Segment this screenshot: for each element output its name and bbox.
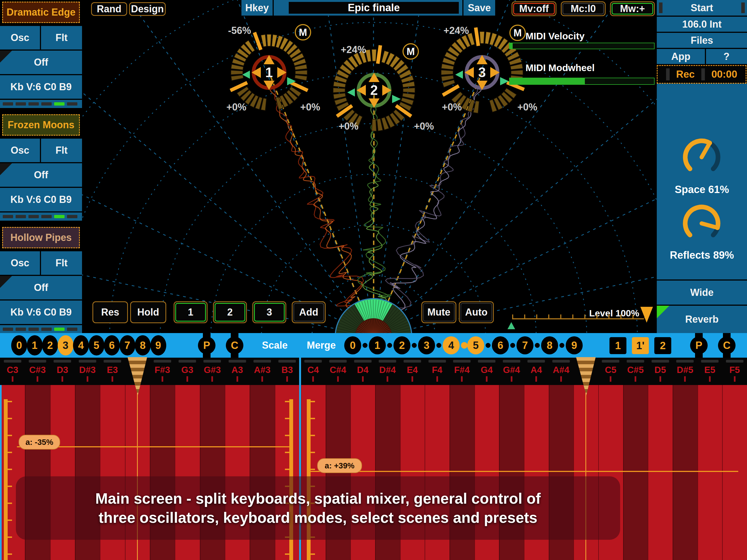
scene-right-link (436, 343, 441, 348)
note-dash-G#3 (203, 360, 221, 362)
midi-channel-button[interactable]: Mc:l0 (561, 1, 606, 16)
space-knob[interactable] (676, 131, 728, 183)
osc3-select-button[interactable]: 3 (252, 301, 286, 323)
scene-right-1[interactable]: 1 (369, 336, 386, 354)
scene-right-5[interactable]: 5 (467, 336, 484, 354)
osc1-voice-led-2 (28, 102, 39, 105)
osc1-flt-button[interactable]: Flt (41, 26, 82, 50)
scene-left-8[interactable]: 8 (135, 335, 151, 355)
scene-left-3[interactable]: 3 (58, 335, 74, 355)
scene-right-6[interactable]: 6 (492, 336, 509, 354)
scene-left-9[interactable]: 9 (150, 335, 166, 355)
note-label-F5: F5 (722, 365, 747, 375)
scene-right-link (461, 342, 468, 349)
scene-p-left[interactable]: P (198, 337, 215, 354)
osc1-keyboard-mode-button[interactable]: Kb V:6 C0 B9 (0, 75, 82, 99)
note-dash-C#4 (329, 360, 347, 362)
osc2-osc-button[interactable]: Osc (0, 138, 40, 162)
key-C#5[interactable] (623, 385, 649, 560)
scene-right-0[interactable]: 0 (344, 336, 361, 354)
osc3-preset-title[interactable]: Hollow Pipes (2, 227, 80, 248)
level-handle-icon[interactable] (640, 307, 653, 323)
note-tick-C5 (610, 376, 611, 382)
files-button[interactable]: Files (657, 33, 747, 48)
mixer-knob-3[interactable]: 3+24%+0%+0%M (441, 25, 537, 113)
knob1-pct-topleft: -56% (228, 25, 251, 36)
scene-c-right[interactable]: C (718, 337, 736, 354)
kb-ruler-tick (311, 418, 315, 419)
midi-velocity-fill (510, 43, 513, 49)
key-F5[interactable] (722, 385, 747, 560)
layer-tab-1[interactable]: 1 (610, 337, 626, 354)
osc2-preset-title[interactable]: Frozen Moons (2, 114, 80, 136)
scene-c-left[interactable]: C (226, 337, 243, 354)
osc3-label: 3 (266, 307, 272, 318)
scene-left-2[interactable]: 2 (42, 335, 58, 355)
space-knob-label: Space 61% (657, 184, 747, 196)
osc3-off-button[interactable]: Off (0, 276, 82, 299)
midi-modwheel-mode-button[interactable]: Mw:+ (610, 1, 655, 16)
scene-left-5[interactable]: 5 (88, 335, 104, 355)
scene-right-9[interactable]: 9 (566, 336, 583, 354)
save-button[interactable]: Save (463, 0, 495, 16)
mixer-knob-2[interactable]: 2+24%+0%+0%M (333, 44, 434, 132)
scale-button[interactable]: Scale (254, 333, 295, 358)
osc1-select-button[interactable]: 1 (174, 301, 208, 323)
key-D5[interactable] (648, 385, 673, 560)
osc3-flt-button[interactable]: Flt (41, 251, 82, 275)
layer-tab-2[interactable]: 2 (654, 337, 671, 354)
scene-right-8[interactable]: 8 (541, 336, 558, 354)
osc3-keyboard-mode-button[interactable]: Kb V:6 C0 B9 (0, 301, 82, 324)
scene-right-4[interactable]: 4 (443, 336, 460, 354)
note-dash-C#5 (627, 360, 644, 362)
rec-button[interactable]: Rec 00:00 (657, 65, 746, 84)
osc1-osc-button[interactable]: Osc (0, 26, 40, 50)
osc3-voice-led-5 (67, 328, 77, 331)
preset-title-box[interactable]: Epic finale (289, 2, 459, 14)
key-E5[interactable] (697, 385, 723, 560)
osc2-flt-button[interactable]: Flt (41, 138, 82, 162)
osc1-off-button[interactable]: Off (0, 51, 82, 74)
hold-button[interactable]: Hold (130, 301, 166, 323)
level-slider-track[interactable] (512, 318, 644, 320)
auto-button[interactable]: Auto (459, 301, 494, 323)
design-button[interactable]: Design (129, 2, 166, 16)
osc3-osc-button[interactable]: Osc (0, 251, 40, 275)
note-label-D#3: D#3 (75, 365, 100, 375)
scene-left-4[interactable]: 4 (73, 335, 89, 355)
tuning-button[interactable]: 106.0 Int (657, 17, 747, 32)
osc2-select-button[interactable]: 2 (213, 301, 247, 323)
layer-tab-1'[interactable]: 1' (632, 337, 649, 354)
midi-velocity-mode-button[interactable]: Mv:off (512, 1, 557, 16)
note-dash-D#5 (676, 360, 694, 362)
kb-ruler-tick (311, 435, 315, 436)
reset-button[interactable]: Res (93, 301, 128, 323)
merge-button[interactable]: Merge (301, 333, 342, 358)
osc2-keyboard-mode-button[interactable]: Kb V:6 C0 B9 (0, 188, 82, 211)
osc2-off-button[interactable]: Off (0, 163, 82, 187)
mixer-knob-1[interactable]: 1-56%+0%+0%M (226, 25, 320, 113)
scene-right-3[interactable]: 3 (418, 336, 435, 354)
reflects-knob[interactable] (676, 198, 728, 249)
scene-right-7[interactable]: 7 (516, 336, 534, 354)
scene-p-right[interactable]: P (690, 337, 707, 354)
osc1-preset-title[interactable]: Dramatic Edge (2, 2, 80, 23)
start-button[interactable]: Start (657, 0, 747, 16)
scene-left-6[interactable]: 6 (104, 335, 120, 355)
osc1-voice-indicator-strip (0, 100, 82, 108)
app-button[interactable]: App (657, 49, 705, 64)
note-tick-A3 (236, 376, 238, 382)
scene-left-1[interactable]: 1 (27, 335, 43, 355)
mute-button[interactable]: Mute (421, 301, 456, 323)
scene-left-0[interactable]: 0 (11, 335, 27, 355)
scene-left-7[interactable]: 7 (120, 335, 135, 355)
level-tick (584, 314, 585, 318)
hkey-tab[interactable]: Hkey (241, 0, 273, 16)
key-D#5[interactable] (673, 385, 698, 560)
scene-right-2[interactable]: 2 (393, 336, 410, 354)
add-osc-button[interactable]: Add (292, 301, 326, 323)
rand-button[interactable]: Rand (91, 2, 127, 16)
reverb-button[interactable]: Reverb (657, 306, 747, 333)
wide-button[interactable]: Wide (657, 281, 747, 305)
help-button[interactable]: ? (706, 49, 747, 64)
